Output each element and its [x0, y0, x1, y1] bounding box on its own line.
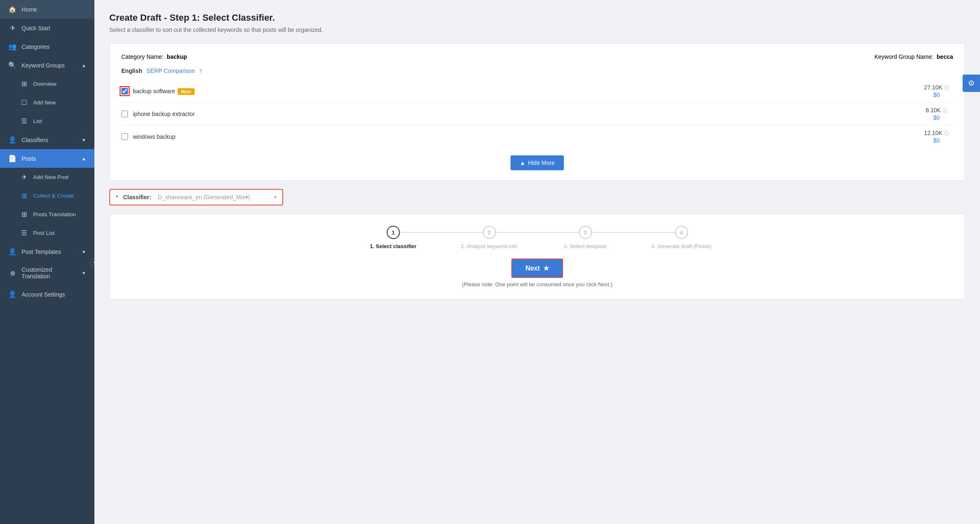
language-label: English — [121, 68, 142, 74]
sidebar-icon-collect-create: ⊞ — [20, 192, 28, 200]
sidebar-item-list[interactable]: ☰ List — [0, 112, 94, 130]
sidebar-item-collect-create[interactable]: ⊞ Collect & Create — [0, 186, 94, 205]
sidebar-label-quick-start: Quick Start — [22, 25, 50, 31]
classifier-label: Classifier: — [123, 194, 151, 200]
sidebar-label-customized-translation: Customized Translation — [22, 266, 77, 280]
keyword-name-1: iphone backup extractor — [133, 111, 915, 117]
keyword-checkbox-0[interactable] — [121, 88, 128, 94]
keyword-cost-1: $0 — [920, 114, 953, 121]
keywords-list: backup softwareMain 27.10K ⓘ $0 iphone b… — [121, 80, 953, 148]
required-marker: * — [116, 194, 118, 200]
badge-main-0: Main — [178, 88, 195, 95]
next-label: Next — [525, 265, 540, 272]
sidebar-icon-post-list: ☰ — [20, 229, 28, 237]
help-icon[interactable]: ? — [199, 68, 202, 74]
sidebar-label-overview: Overview — [33, 81, 56, 87]
steps-labels: 1. Select classifier 2. Analyze keyword … — [118, 243, 956, 249]
keyword-row-2: windows backup 12.10K ⓘ $0 — [121, 126, 953, 148]
sidebar-label-add-new-post: Add New Post — [33, 174, 69, 180]
chevron-icon-keyword-groups: ▲ — [82, 63, 86, 68]
sidebar-icon-posts-translation: ⊞ — [20, 210, 28, 218]
keyword-cost-2: $0 — [920, 137, 953, 144]
keyword-checkbox-2[interactable] — [121, 133, 128, 140]
sidebar: 🏠 Home ✈ Quick Start 👥 Categories 🔍 Keyw… — [0, 0, 94, 524]
steps-card: 1 2 3 4 1. Select classifier 2. Analyze … — [109, 214, 965, 299]
chevron-down-icon: ▾ — [274, 194, 277, 200]
classifier-section: * Classifier: D_shareware_en (Generated_… — [109, 189, 965, 205]
keyword-stats-1: 8.10K ⓘ $0 — [920, 107, 953, 121]
card-header: Category Name: backup Keyword Group Name… — [121, 53, 953, 60]
info-icon-1[interactable]: ⓘ — [942, 108, 947, 113]
page-title: Create Draft - Step 1: Select Classifier… — [109, 12, 965, 23]
sidebar-icon-account-settings: 👤 — [8, 290, 17, 298]
hide-more-button[interactable]: ▲ Hide More — [510, 155, 563, 170]
sidebar-icon-post-templates: 👤 — [8, 248, 17, 256]
sidebar-item-quick-start[interactable]: ✈ Quick Start — [0, 19, 94, 37]
step-line-1 — [400, 232, 483, 233]
sidebar-item-add-new-post[interactable]: ✈ Add New Post — [0, 168, 94, 186]
sidebar-label-add-new: Add New — [33, 99, 56, 106]
sidebar-item-post-list[interactable]: ☰ Post List — [0, 224, 94, 242]
sidebar-label-account-settings: Account Settings — [22, 291, 65, 298]
sidebar-item-classifiers[interactable]: 👤 Classifiers ▼ — [0, 130, 94, 149]
chevron-icon-posts: ▲ — [82, 156, 86, 161]
sidebar-icon-posts: 📄 — [8, 155, 17, 162]
keyword-volume-1: 8.10K ⓘ — [920, 107, 953, 114]
keyword-row-0: backup softwareMain 27.10K ⓘ $0 — [121, 80, 953, 103]
keyword-checkbox-1[interactable] — [121, 111, 128, 117]
step-2-circle: 2 — [483, 226, 496, 239]
step-3-label: 3. Select template — [537, 243, 633, 249]
sidebar-icon-add-new: ☐ — [20, 99, 28, 106]
sidebar-item-keyword-groups[interactable]: 🔍 Keyword Groups ▲ — [0, 56, 94, 75]
sidebar-item-overview[interactable]: ⊞ Overview — [0, 75, 94, 93]
classifier-field: * Classifier: D_shareware_en (Generated_… — [109, 189, 283, 205]
gear-fab-button[interactable]: ⚙ — [963, 75, 980, 92]
step-2-label: 2. Analyze keyword info — [441, 243, 537, 249]
sidebar-label-categories: Categories — [22, 43, 50, 50]
chevron-icon-post-templates: ▼ — [82, 249, 86, 254]
sidebar-item-post-templates[interactable]: 👤 Post Templates ▼ — [0, 242, 94, 261]
sidebar-item-customized-translation[interactable]: ⊗ Customized Translation ▼ — [0, 261, 94, 285]
sidebar-icon-customized-translation: ⊗ — [8, 269, 17, 277]
step-4-label: 4. Generate draft (Finish) — [633, 243, 730, 249]
keywords-card: Category Name: backup Keyword Group Name… — [109, 43, 965, 181]
sidebar-label-post-list: Post List — [33, 230, 55, 236]
note-text: (Please note: One point will be consumed… — [462, 281, 612, 287]
category-name-label: Category Name: backup — [121, 53, 187, 60]
keyword-volume-0: 27.10K ⓘ — [920, 84, 953, 92]
step-3-circle: 3 — [579, 226, 592, 239]
sidebar-label-post-templates: Post Templates — [22, 249, 61, 255]
keyword-cost-0: $0 — [920, 92, 953, 98]
sidebar-icon-add-new-post: ✈ — [20, 173, 28, 181]
keyword-group-value: becca — [937, 53, 953, 60]
sidebar-item-add-new[interactable]: ☐ Add New — [0, 93, 94, 112]
sidebar-label-keyword-groups: Keyword Groups — [22, 62, 65, 69]
classifier-select[interactable]: D_shareware_en (Generated_Mix▾) — [158, 194, 269, 200]
sidebar-item-posts-translation[interactable]: ⊞ Posts Translation — [0, 205, 94, 224]
serp-comparison-link[interactable]: SERP Comparison — [147, 68, 195, 74]
sidebar-item-home[interactable]: 🏠 Home — [0, 0, 94, 19]
step-line-2 — [496, 232, 579, 233]
step-1-circle: 1 — [387, 226, 400, 239]
sidebar-item-account-settings[interactable]: 👤 Account Settings — [0, 285, 94, 304]
sidebar-label-collect-create: Collect & Create — [33, 193, 74, 199]
chevron-icon-customized-translation: ▼ — [82, 270, 86, 275]
info-icon-2[interactable]: ⓘ — [944, 130, 949, 136]
keywords-header: English SERP Comparison ? — [121, 68, 953, 74]
keyword-volume-2: 12.10K ⓘ — [920, 130, 953, 137]
page-subtitle: Select a classifier to sort out the coll… — [109, 27, 965, 33]
sidebar-icon-keyword-groups: 🔍 — [8, 61, 17, 69]
sidebar-icon-overview: ⊞ — [20, 80, 28, 88]
next-button[interactable]: Next ★ — [511, 258, 563, 278]
category-name-value: backup — [167, 53, 187, 60]
sidebar-icon-classifiers: 👤 — [8, 136, 17, 144]
keyword-row-1: iphone backup extractor 8.10K ⓘ $0 — [121, 103, 953, 126]
step-4-circle: 4 — [675, 226, 688, 239]
sidebar-item-posts[interactable]: 📄 Posts ▲ — [0, 149, 94, 168]
sidebar-icon-categories: 👥 — [8, 43, 17, 51]
info-icon-0[interactable]: ⓘ — [944, 85, 949, 91]
sidebar-label-home: Home — [22, 6, 37, 13]
star-icon: ★ — [543, 264, 549, 272]
sidebar-item-categories[interactable]: 👥 Categories — [0, 37, 94, 56]
step-1-label: 1. Select classifier — [345, 243, 441, 249]
